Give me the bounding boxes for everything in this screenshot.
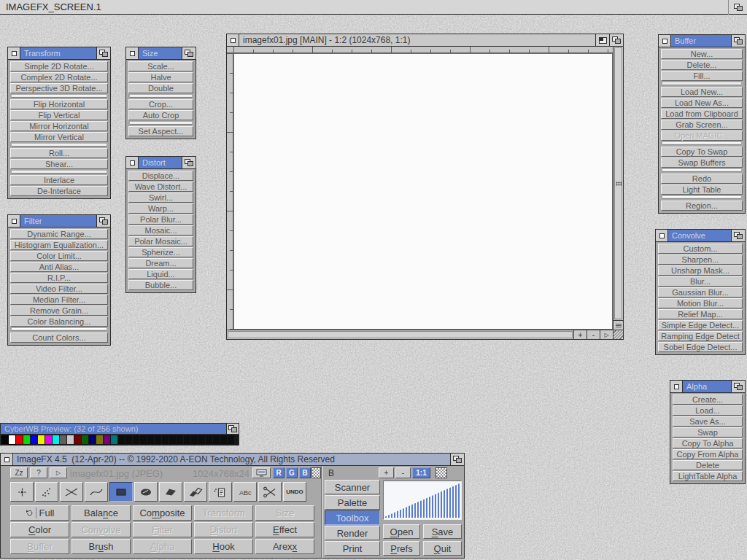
panel-titlebar[interactable]: Transform [8,47,110,60]
box-tool[interactable] [109,482,133,502]
zoom-gadget[interactable] [595,34,609,46]
command-convolve[interactable]: Convolve [71,522,131,537]
help-button[interactable]: ? [30,467,47,478]
buffer-button-open-magic[interactable]: Open MAGIC... [661,131,743,141]
mode-render[interactable]: Render [325,526,380,540]
depth-gadget[interactable] [731,230,745,241]
command-effect[interactable]: Effect [255,522,314,537]
convolve-button-unsharp-mask[interactable]: Unsharp Mask... [658,265,743,276]
palette-swatch[interactable] [1,435,8,444]
depth-gadget[interactable] [96,215,110,227]
size-button-auto-crop[interactable]: Auto Crop [128,110,193,120]
size-button-set-aspect[interactable]: Set Aspect... [128,126,193,136]
mode-palette[interactable]: Palette [325,495,380,510]
filter-button-color-limit[interactable]: Color Limit... [10,251,108,261]
close-gadget[interactable] [227,34,239,46]
freehand-tool[interactable] [184,482,207,502]
palette-swatch[interactable] [23,435,30,444]
convolve-button-simple-edge-detect[interactable]: Simple Edge Detect... [658,320,743,330]
play-button[interactable]: ▷ [50,467,67,478]
filter-button-median-filter[interactable]: Median Filter... [10,295,108,305]
channel-blue-button[interactable]: B [299,467,311,478]
palette-swatch[interactable] [104,435,110,444]
action-prefs[interactable]: Prefs [383,541,420,556]
polygon-tool[interactable] [159,482,182,502]
close-gadget[interactable] [8,215,20,227]
palette-swatch[interactable] [53,435,59,444]
zoom-ratio-button[interactable]: 1:1 [412,467,430,478]
buffer-button-grab-screen[interactable]: Grab Screen... [661,120,743,130]
distort-button-swirl[interactable]: Swirl... [128,192,193,203]
command-size[interactable]: Size [255,505,314,521]
command-hook[interactable]: Hook [194,539,253,554]
convolve-button-custom[interactable]: Custom... [658,244,743,254]
size-button-scale[interactable]: Scale... [128,61,193,71]
filter-button-histogram-equalization[interactable]: Histogram Equalization... [10,240,108,250]
filter-button-count-colors[interactable]: Count Colors... [10,332,108,343]
buffer-button-new[interactable]: New... [661,49,743,59]
transform-button-mirror-vertical[interactable]: Mirror Vertical [10,132,108,142]
panel-titlebar[interactable]: Convolve [656,230,745,242]
action-open[interactable]: Open [383,524,420,539]
palette-swatch[interactable] [125,435,132,444]
close-gadget[interactable] [8,47,20,59]
palette-swatch[interactable] [82,435,88,444]
transform-button-mirror-horizontal[interactable]: Mirror Horizontal [10,121,108,131]
command-brush[interactable]: Brush [71,539,131,554]
resize-gadget[interactable] [613,330,623,339]
transform-button-complex-2d-rotate[interactable]: Complex 2D Rotate... [10,72,108,82]
convolve-button-motion-blur[interactable]: Motion Blur... [658,298,743,308]
palette-swatch[interactable] [147,435,154,444]
channel-green-button[interactable]: G [286,467,298,478]
toolbox-titlebar[interactable]: ImageFX 4.5 (12-Apr-20) -- © 1992-2020 A… [1,454,464,466]
alpha-button-create[interactable]: Create... [673,394,743,405]
curve-tool[interactable] [85,482,108,502]
alpha-button-delete[interactable]: Delete [673,460,743,470]
iconify-button[interactable]: Zz [10,467,28,478]
airbrush-tool[interactable] [35,482,58,502]
palette-swatch[interactable] [198,435,205,444]
distort-button-polar-mosaic[interactable]: Polar Mosaic... [128,236,193,246]
oval-tool[interactable] [134,482,158,502]
pattern-swatch[interactable] [436,467,447,478]
distort-button-wave-distort[interactable]: Wave Distort... [128,182,193,192]
command-color[interactable]: Color [10,522,69,537]
palette-swatch[interactable] [213,435,220,444]
preview-titlebar[interactable]: CyberWB Preview: (32 of 256 shown) [1,424,239,435]
palette-swatch[interactable] [111,435,117,444]
palette-swatch[interactable] [74,435,81,444]
depth-gadget[interactable] [182,47,196,59]
vertical-scroll-thumb[interactable] [614,47,622,319]
distort-button-bubble[interactable]: Bubble... [128,280,193,290]
mode-print[interactable]: Print [325,541,380,556]
palette-swatch[interactable] [169,435,176,444]
alpha-button-lighttable-alpha[interactable]: LightTable Alpha [673,471,743,481]
vertical-scrollbar[interactable] [613,47,623,330]
zoom-in-button[interactable]: + [573,330,587,339]
command-arexx[interactable]: Arexx [255,539,314,554]
palette-swatch[interactable] [191,435,198,444]
distort-button-dream[interactable]: Dream... [128,258,193,268]
mode-toolbox[interactable]: Toolbox [325,510,380,525]
transform-button-interlace[interactable]: Interlace [10,175,108,185]
transform-button-flip-vertical[interactable]: Flip Vertical [10,110,108,120]
command-filter[interactable]: Filter [133,522,192,537]
command-distort[interactable]: Distort [194,522,253,537]
convolve-button-sharpen[interactable]: Sharpen... [658,254,743,265]
distort-button-liquid[interactable]: Liquid... [128,269,193,279]
filter-button-color-balancing[interactable]: Color Balancing... [10,316,108,327]
transform-button-flip-horizontal[interactable]: Flip Horizontal [10,99,108,109]
pan-button[interactable]: ▷ [600,330,613,339]
panel-titlebar[interactable]: Buffer [659,35,745,47]
size-button-double[interactable]: Double [128,83,193,93]
filter-button-remove-grain[interactable]: Remove Grain... [10,306,108,316]
buffer-button-load-new-as[interactable]: Load New As... [661,98,743,108]
palette-swatch[interactable] [9,435,15,444]
convolve-button-sobel-edge-detect[interactable]: Sobel Edge Detect... [658,342,743,352]
scroll-options-gadget[interactable] [614,320,623,330]
transform-button-roll[interactable]: Roll... [10,148,108,158]
close-gadget[interactable] [659,35,671,47]
undo-button[interactable]: UNDO [283,482,306,502]
image-window-titlebar[interactable]: imagefx01.jpg [MAIN] - 1:2 (1024x768, 1:… [227,34,623,47]
depth-gadget[interactable] [182,157,196,168]
